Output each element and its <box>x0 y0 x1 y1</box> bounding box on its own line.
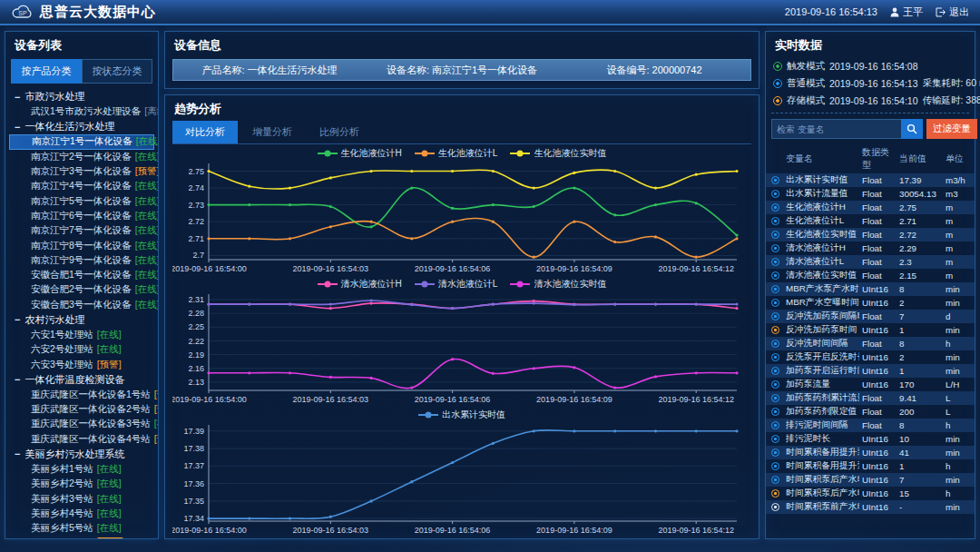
collapse-icon[interactable]: − <box>15 374 20 385</box>
device-item[interactable]: 重庆武隆区一体化设备2号站[预警] <box>9 402 154 417</box>
normal-mode-label: 普通模式 <box>787 77 825 90</box>
tab-increment-analysis[interactable]: 增量分析 <box>240 121 305 143</box>
tree-group-header[interactable]: −一体化带温度检测设备 <box>9 372 154 388</box>
svg-text:2.71: 2.71 <box>188 234 204 243</box>
device-item[interactable]: 重庆武隆区一体化设备4号站[预警] <box>9 432 154 447</box>
device-item[interactable]: 南京江宁4号一体化设备[在线] <box>9 179 154 193</box>
device-status-badge: [在线] <box>135 180 158 192</box>
device-item[interactable]: 美丽乡村2号站[在线] <box>9 477 154 491</box>
device-name: 南京江宁5号一体化设备 <box>31 195 132 208</box>
legend-item[interactable]: 生化池液位计H <box>318 147 402 160</box>
device-item[interactable]: 安徽合肥2号一体化设备[在线] <box>9 282 154 297</box>
table-row[interactable]: 生化池液位实时值Float2.72m <box>766 228 975 242</box>
search-button[interactable] <box>901 119 923 139</box>
legend-item[interactable]: 生化池液位实时值 <box>510 147 606 160</box>
device-item[interactable]: 美丽乡村6号站[预警] <box>9 536 154 538</box>
variable-status-icon <box>771 217 779 225</box>
device-item[interactable]: 六安3号处理站[预警] <box>9 357 154 371</box>
table-row[interactable]: 出水累计流量值Float30054.13m3 <box>766 187 975 201</box>
variable-unit: L <box>946 393 969 403</box>
variable-name: MBR产水泵产水时间分 <box>786 283 859 295</box>
variable-value: 2 <box>899 352 943 362</box>
device-item[interactable]: 安徽合肥3号一体化设备[在线] <box>9 298 154 312</box>
tab-ratio-analysis[interactable]: 比例分析 <box>307 121 372 143</box>
variable-name: 反冲洗加药泵间隔时间 <box>786 310 859 322</box>
device-item[interactable]: 南京江宁6号一体化设备[在线] <box>9 209 154 223</box>
tab-by-product[interactable]: 按产品分类 <box>11 59 82 84</box>
device-item[interactable]: 重庆武隆区一体化设备3号站[在线] <box>9 417 154 431</box>
device-item[interactable]: 六安1号处理站[在线] <box>9 328 154 342</box>
table-row[interactable]: 反冲洗加药泵间隔时间Float7d <box>766 310 975 323</box>
table-row[interactable]: 排污泥时间间隔Float8h <box>766 419 975 432</box>
device-item[interactable]: 南京江宁3号一体化设备[预警] <box>9 164 154 179</box>
tab-compare-analysis[interactable]: 对比分析 <box>172 121 238 143</box>
collapse-icon[interactable]: − <box>15 448 20 459</box>
table-row[interactable]: 时间累积备用提升泵时UInt161h <box>766 459 975 473</box>
table-row[interactable]: 时间累积泵前产水电动阀分UInt16-min <box>766 500 975 514</box>
table-row[interactable]: 加药泵药剂限定值Float200L <box>766 405 975 419</box>
table-row[interactable]: 加药泵流量UInt16170L/H <box>766 378 975 391</box>
device-item[interactable]: 南京江宁1号一体化设备[在线] <box>9 134 154 149</box>
table-row[interactable]: 时间累积泵后产水电动阀分UInt167min <box>766 473 975 487</box>
table-row[interactable]: 清水池液位实时值Float2.15m <box>766 269 975 282</box>
table-row[interactable]: 反冲洗时间间隔Float8h <box>766 337 975 350</box>
collapse-icon[interactable]: − <box>15 92 20 103</box>
tree-group-header[interactable]: −市政污水处理 <box>9 89 154 104</box>
tab-by-status[interactable]: 按状态分类 <box>82 59 152 84</box>
col-unit[interactable]: 单位 <box>946 153 969 165</box>
tree-group-header[interactable]: −农村污水处理 <box>9 312 154 328</box>
search-input[interactable] <box>771 119 901 139</box>
table-row[interactable]: 时间累积备用提升泵分UInt1641min <box>766 446 975 459</box>
legend-item[interactable]: 生化池液位计L <box>415 147 498 160</box>
table-row[interactable]: 排污泥时长UInt1610min <box>766 432 975 446</box>
table-row[interactable]: 出水累计实时值Float17.39m3/h <box>766 173 975 187</box>
normal-mode-row: 普通模式 2019-09-16 16:54:13 采集耗时: 60 ms <box>766 74 975 92</box>
device-item[interactable]: 武汉1号市政污水处理设备[离线] <box>9 104 154 119</box>
col-current-value[interactable]: 当前值 <box>899 153 943 165</box>
device-name: 六安3号处理站 <box>31 359 93 371</box>
device-item[interactable]: 南京江宁2号一体化设备[在线] <box>9 150 154 164</box>
device-item[interactable]: 南京江宁7号一体化设备[在线] <box>9 223 154 238</box>
tree-group-label: 市政污水处理 <box>24 90 84 104</box>
device-item[interactable]: 美丽乡村1号站[在线] <box>9 462 154 477</box>
col-variable-name[interactable]: 变量名 <box>786 153 859 165</box>
table-row[interactable]: 清水池液位计LFloat2.3m <box>766 255 975 269</box>
table-row[interactable]: 生化池液位计LFloat2.71m <box>766 214 975 228</box>
table-row[interactable]: 加药泵开启运行时间UInt161min <box>766 364 975 378</box>
legend-item[interactable]: 清水池液位计L <box>415 278 498 291</box>
device-item[interactable]: 美丽乡村5号站[在线] <box>9 521 154 536</box>
table-row[interactable]: 反冲洗加药泵时间UInt161min <box>766 323 975 337</box>
legend-item[interactable]: 清水池液位计H <box>318 278 402 291</box>
device-item[interactable]: 安徽合肥1号一体化设备[在线] <box>9 268 154 282</box>
col-data-type[interactable]: 数据类型 <box>862 146 897 172</box>
tree-group-header[interactable]: −一体化生活污水处理 <box>9 119 154 134</box>
table-row[interactable]: MBR产水泵产水时间分UInt168min <box>766 282 975 296</box>
table-row[interactable]: 清水池液位计HFloat2.29m <box>766 242 975 255</box>
legend-item[interactable]: 出水累计实时值 <box>418 409 505 421</box>
table-row[interactable]: 生化池液位计HFloat2.75m <box>766 201 975 214</box>
device-item[interactable]: 六安2号处理站[在线] <box>9 342 154 357</box>
user-menu[interactable]: 王平 <box>890 5 923 19</box>
device-name: 美丽乡村5号站 <box>31 522 93 535</box>
device-item[interactable]: 南京江宁8号一体化设备[在线] <box>9 238 154 252</box>
svg-text:17.34: 17.34 <box>183 514 204 523</box>
device-item[interactable]: 美丽乡村4号站[在线] <box>9 507 154 521</box>
table-row[interactable]: MBR产水空曝时间分UInt162min <box>766 296 975 310</box>
device-item[interactable]: 美丽乡村3号站[在线] <box>9 492 154 507</box>
device-item[interactable]: 南京江宁9号一体化设备[在线] <box>9 253 154 268</box>
table-row[interactable]: 反洗泵开启反洗时长UInt162min <box>766 350 975 364</box>
variable-status-icon <box>771 244 779 252</box>
device-item[interactable]: 重庆武隆区一体化设备1号站[预警] <box>9 388 154 402</box>
variable-status-icon <box>771 190 779 198</box>
collapse-icon[interactable]: − <box>15 314 20 325</box>
device-item[interactable]: 南京江宁5号一体化设备[在线] <box>9 193 154 208</box>
variable-status-icon <box>771 312 779 320</box>
logout-label: 退出 <box>949 5 969 19</box>
tree-group-header[interactable]: −美丽乡村污水处理系统 <box>9 447 154 462</box>
logout-button[interactable]: 退出 <box>936 5 969 19</box>
filter-variable-button[interactable]: 过滤变量 <box>926 119 977 139</box>
table-row[interactable]: 加药泵药剂累计流量Float9.41L <box>766 391 975 405</box>
collapse-icon[interactable]: − <box>15 122 20 133</box>
table-row[interactable]: 时间累积泵后产水电动阀时UInt1615h <box>766 487 975 500</box>
legend-item[interactable]: 清水池液位实时值 <box>510 278 606 291</box>
